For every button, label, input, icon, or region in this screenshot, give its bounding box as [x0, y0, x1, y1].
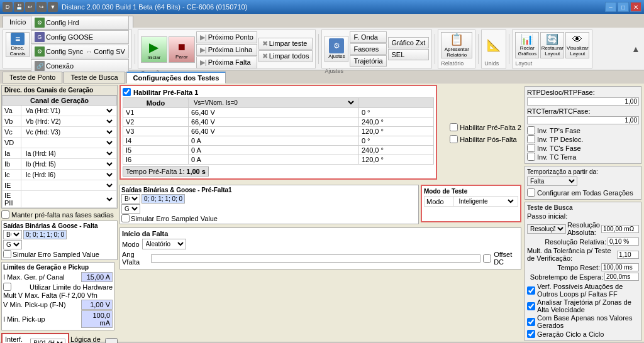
pf1-val-i6[interactable]: 0 A	[188, 155, 358, 165]
ch-select-vb[interactable]: Vb (Hrd: V2)	[21, 116, 117, 127]
tab-teste-busca[interactable]: Teste de Busca	[64, 72, 125, 84]
limits-val-0[interactable]: 15,00 A	[81, 272, 113, 282]
ch-select-vc[interactable]: Vc (Hrd: V3)	[21, 127, 117, 138]
ch-select-ia[interactable]: Ia (Hrd: I4)	[21, 148, 117, 159]
logica-parada-button[interactable]: ...	[105, 338, 118, 344]
config-hrd-button[interactable]: ⚙ Config Hrd	[31, 16, 129, 30]
tab-config-testes[interactable]: Configurações dos Testes	[126, 72, 226, 84]
sel-button[interactable]: SEL	[388, 49, 430, 60]
ch-dropdown-ia[interactable]: Ia (Hrd: I4)	[23, 150, 114, 158]
trajetoria-button[interactable]: Trajetória	[350, 55, 386, 67]
reciar-graficos-button[interactable]: 📊 Reciar Gráficos	[515, 32, 539, 58]
pf1-val-v2[interactable]: 66,40 V	[188, 117, 358, 127]
inv-tc-terra-checkbox[interactable]	[527, 153, 535, 161]
ch-dropdown-va[interactable]: Va (Hrd: V1)	[23, 107, 114, 115]
inv-tp-fase-checkbox[interactable]	[527, 126, 535, 134]
proxima-falta-button[interactable]: ▶| Próxima Falta	[196, 57, 257, 68]
ch-select-ie-pii[interactable]	[21, 191, 117, 208]
tempo-reset-input[interactable]	[601, 263, 639, 271]
limits-val-4[interactable]: 100,0 mA	[81, 310, 113, 328]
resolucao-rel-input[interactable]	[608, 237, 639, 246]
ch-select-vd[interactable]	[21, 138, 117, 148]
fault-ang-input[interactable]	[151, 254, 480, 263]
ch-dropdown-vc[interactable]: Vc (Hrd: V3)	[23, 128, 114, 136]
fault-modo-select[interactable]: Aleatório	[142, 239, 186, 249]
sobretempo-input[interactable]	[604, 273, 639, 281]
conexao-button[interactable]: 🔗 Conexão	[31, 59, 129, 73]
ch-dropdown-ic[interactable]: Ic (Hrd: I6)	[23, 171, 114, 179]
channel-table: Canal de Geração Va Va (Hrd: V1) Vb Vb (…	[2, 95, 117, 208]
binary-fault-bo-select[interactable]: BO	[3, 230, 22, 239]
proxima-linha-button[interactable]: ▶| Próxima Linha	[196, 44, 257, 56]
ch-select-va[interactable]: Va (Hrd: V1)	[21, 106, 117, 116]
pf1-val-i5[interactable]: 0 A	[188, 146, 358, 155]
pf1-val-v1[interactable]: 66,40 V	[188, 108, 358, 117]
configurar-checkbox[interactable]	[527, 188, 535, 197]
ch-dropdown-vd[interactable]	[23, 139, 114, 147]
ch-select-ib[interactable]: Ib (Hrd: I5)	[21, 159, 117, 170]
binary-fault-sim-checkbox[interactable]	[3, 250, 11, 258]
visualizar-layout-button[interactable]: 👁 Visualizar Layout	[565, 32, 589, 58]
binary-pf1-bo-select[interactable]: BO	[121, 194, 140, 204]
busca-checkbox-3[interactable]	[527, 330, 535, 338]
mode-test-select[interactable]: Inteligente	[456, 197, 516, 205]
mult-input[interactable]	[617, 251, 639, 259]
limits-val-3[interactable]: 1,00 V	[81, 300, 113, 310]
ch-dropdown-ib[interactable]: Ib (Hrd: I5)	[23, 160, 114, 168]
direc-canais-button[interactable]: ≡ Direc. Canais	[6, 32, 30, 57]
ch-dropdown-ie-pii[interactable]	[23, 195, 114, 204]
mode-test-col-val[interactable]: Inteligente	[454, 197, 518, 207]
fasores-button[interactable]: Fasores	[350, 43, 386, 55]
channel-row-vd: VD	[3, 138, 117, 148]
inv-tp-desloc-checkbox[interactable]	[527, 135, 535, 143]
busca-checkbox-2[interactable]	[527, 318, 535, 326]
busca-checkbox-1[interactable]	[527, 302, 535, 310]
fonda-button[interactable]: F. Onda	[350, 31, 386, 43]
posfault-checkbox[interactable]	[450, 135, 458, 143]
resolucao-abs-input[interactable]	[601, 225, 639, 233]
ribbon-collapse-button[interactable]: ▲	[631, 44, 641, 54]
grafico-zxt-button[interactable]: Gráfico Zxt	[388, 37, 430, 48]
tab-teste-ponto[interactable]: Teste de Ponto	[3, 72, 62, 84]
pf1-mode-select[interactable]: Vs=VNom. Is=0	[191, 99, 356, 107]
rtc-input[interactable]	[527, 116, 639, 124]
limpar-todos-button[interactable]: ✖ Limpar todos	[258, 50, 313, 62]
limits-chk-1[interactable]	[3, 283, 11, 291]
prefault2-checkbox[interactable]	[450, 123, 458, 131]
ch-select-ie[interactable]	[21, 180, 117, 191]
pf1-val-v3[interactable]: 66,40 V	[188, 127, 358, 136]
close-button[interactable]: ✕	[630, 2, 641, 12]
binary-pf1-go-select[interactable]: GO	[121, 204, 140, 214]
config-sync-button[interactable]: ⚙ Config Sync ↔ Config SV	[31, 45, 129, 58]
limpar-teste-button[interactable]: ✖ Limpar teste	[258, 38, 313, 50]
fault-offset-checkbox[interactable]	[483, 254, 491, 263]
inv-tc-fase-checkbox[interactable]	[527, 144, 535, 152]
relatorio-button[interactable]: 📋 Apresentar Relatório	[441, 32, 472, 58]
config-goose-button[interactable]: G Config GOOSE	[31, 30, 129, 44]
parar-button[interactable]: ■ Parar	[169, 36, 195, 63]
ch-dropdown-ie[interactable]	[23, 182, 114, 190]
pf1-val-i4[interactable]: 0 A	[188, 136, 358, 146]
prefault1-checkbox[interactable]	[123, 88, 131, 96]
restaurar-layout-button[interactable]: 🔄 Restaurar Layout	[540, 32, 564, 58]
binary-fault-go-select[interactable]: GO	[3, 240, 22, 249]
ajustes-button[interactable]: ⚙ Ajustes	[325, 36, 348, 62]
minimize-button[interactable]: –	[605, 2, 616, 12]
interf-parada-select[interactable]: BI01 (Hrd: BI1)	[30, 339, 65, 344]
binary-pf1-sim-checkbox[interactable]	[121, 214, 130, 222]
quick-access-save[interactable]: 💾	[14, 2, 24, 12]
ch-dropdown-vb[interactable]: Vb (Hrd: V2)	[23, 117, 114, 126]
passo-select[interactable]: Resolução Min	[527, 224, 566, 234]
proximo-ponto-button[interactable]: ▶| Próximo Ponto	[196, 31, 257, 43]
busca-checkbox-0[interactable]	[527, 286, 535, 295]
manter-checkbox[interactable]	[1, 210, 9, 219]
iniciar-button[interactable]: ▶ Iniciar	[141, 36, 167, 63]
quick-access-undo[interactable]: ↩	[25, 2, 35, 12]
temporizacao-select[interactable]: Falta	[527, 177, 577, 186]
rtp-input[interactable]	[527, 97, 639, 106]
quick-access-menu[interactable]: ▼	[48, 2, 58, 12]
ch-select-ic[interactable]: Ic (Hrd: I6)	[21, 170, 117, 180]
quick-access-redo[interactable]: ↪	[36, 2, 47, 12]
restore-button[interactable]: □	[618, 2, 629, 12]
limits-label-0: I Max. Ger. p/ Canal	[3, 273, 65, 281]
